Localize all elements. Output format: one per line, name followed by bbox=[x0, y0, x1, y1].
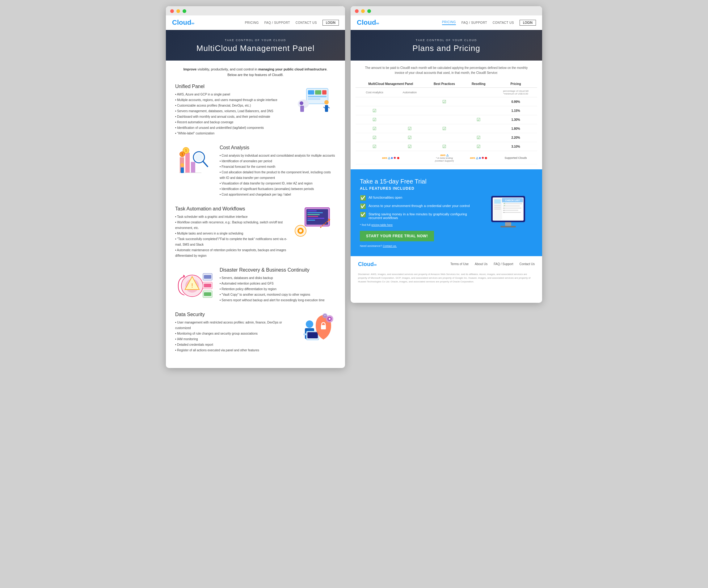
task-text: Task Automation and Workflows Task sched… bbox=[175, 206, 291, 259]
minimize-dot[interactable] bbox=[176, 9, 180, 13]
pricing-table-link[interactable]: pricing table here bbox=[371, 224, 393, 227]
check-icon: ☑ bbox=[373, 108, 377, 113]
gcp-logo-res: ◆ bbox=[479, 156, 481, 159]
logos-bp: aws △ * in beta testing(contact Support) bbox=[426, 151, 463, 165]
footer-faq[interactable]: FAQ / Support bbox=[494, 262, 513, 266]
close-dot-right[interactable] bbox=[355, 9, 359, 13]
aws-logo-res: aws bbox=[470, 156, 475, 159]
pricing-subheader-row: Cost Analytics Automation percentage of … bbox=[356, 88, 537, 97]
right-nav-links: PRICING FAQ / SUPPORT CONTACT US LOGIN bbox=[442, 20, 536, 26]
check-icon: ☑ bbox=[373, 144, 377, 149]
footer-terms[interactable]: Terms of Use bbox=[450, 262, 469, 266]
intro-strong: managing your public cloud infrastructur… bbox=[258, 67, 326, 71]
svg-rect-44 bbox=[204, 275, 211, 279]
cell-res: ☑ bbox=[463, 115, 494, 124]
section-security: Data Security User management with restr… bbox=[175, 312, 336, 353]
maximize-dot-right[interactable] bbox=[367, 9, 371, 13]
section-task: Task Automation and Workflows Task sched… bbox=[175, 206, 336, 259]
pricing-row: ☑ ☑ 1.30% bbox=[356, 115, 537, 124]
svg-rect-78 bbox=[494, 199, 501, 204]
trial-cta-button[interactable]: START YOUR FREE TRIAL NOW! bbox=[360, 231, 434, 241]
col-best-practices: Best Practices bbox=[426, 80, 463, 88]
maximize-dot[interactable] bbox=[182, 9, 186, 13]
svg-line-12 bbox=[328, 107, 330, 108]
unified-text: Unified Panel AWS, Azure and GCP in a si… bbox=[175, 84, 291, 136]
cell-bp bbox=[426, 115, 463, 124]
list-item: Identification of anomalies per period bbox=[219, 158, 336, 164]
trial-feature-text-3: Starting saving money in a few minutes b… bbox=[368, 212, 477, 220]
contact-us-link[interactable]: Contact us. bbox=[383, 244, 397, 247]
nav-faq-right[interactable]: FAQ / SUPPORT bbox=[462, 21, 487, 24]
list-item: Automated retention policies and GFS bbox=[219, 281, 336, 287]
svg-rect-15 bbox=[191, 162, 195, 173]
browser-chrome-right bbox=[351, 6, 542, 16]
oc-logo-res: ◉ bbox=[485, 156, 487, 159]
footer-about[interactable]: About Us bbox=[475, 262, 488, 266]
az-logo-bp: △ bbox=[446, 153, 448, 157]
svg-rect-74 bbox=[503, 210, 504, 211]
svg-rect-54 bbox=[307, 332, 318, 339]
nav-pricing-left[interactable]: PRICING bbox=[245, 21, 259, 24]
cost-title: Cost Analysis bbox=[219, 145, 336, 150]
list-item: Monitoring of rule changes and security … bbox=[175, 331, 291, 336]
list-item: Cost analysis by individual account and … bbox=[219, 153, 336, 158]
svg-rect-83 bbox=[500, 226, 516, 228]
task-title: Task Automation and Workflows bbox=[175, 206, 291, 212]
footer-links: Terms of Use About Us FAQ / Support Cont… bbox=[450, 262, 535, 266]
browser-chrome-left bbox=[166, 6, 345, 16]
svg-text:$: $ bbox=[181, 153, 183, 156]
col-multicloud: MultiCloud Management Panel bbox=[356, 80, 426, 88]
cost-list: Cost analysis by individual account and … bbox=[219, 153, 336, 198]
security-text: Data Security User management with restr… bbox=[175, 312, 291, 353]
cell-auto bbox=[393, 97, 426, 106]
dr-title: Disaster Recovery & Business Continuity bbox=[219, 267, 336, 273]
svg-rect-32 bbox=[307, 218, 324, 219]
svg-text:✓: ✓ bbox=[503, 204, 506, 207]
nav-faq-left[interactable]: FAQ / SUPPORT bbox=[264, 21, 290, 24]
list-item: Identification of unused and unidentifie… bbox=[175, 125, 291, 131]
azure-logo: △ bbox=[388, 156, 390, 159]
cell-bp bbox=[426, 106, 463, 115]
svg-rect-5 bbox=[308, 98, 320, 100]
right-logo: Cloud∞ bbox=[357, 19, 442, 27]
pricing-row: ☑ 0.99% bbox=[356, 97, 537, 106]
nav-login-right[interactable]: LOGIN bbox=[520, 20, 536, 26]
cost-illustration: $ $ bbox=[175, 145, 215, 179]
cost-text: Cost Analysis Cost analysis by individua… bbox=[219, 145, 336, 198]
svg-rect-28 bbox=[307, 210, 317, 211]
cell-res bbox=[463, 97, 494, 106]
nav-pricing-right[interactable]: PRICING bbox=[442, 20, 456, 25]
left-browser-window: Cloud∞ PRICING FAQ / SUPPORT CONTACT US … bbox=[166, 6, 345, 368]
cell-price: 2.20% bbox=[494, 133, 537, 142]
cell-ca: ☑ bbox=[356, 115, 393, 124]
task-list: Task scheduler with a graphic and intuit… bbox=[175, 214, 291, 259]
svg-marker-49 bbox=[183, 275, 185, 278]
pricing-row: ☑ ☑ ☑ ☑ 3.10% bbox=[356, 142, 537, 151]
unified-illustration bbox=[296, 84, 336, 118]
subcol-cost-analytics: Cost Analytics bbox=[356, 88, 393, 97]
security-illustration bbox=[296, 312, 336, 346]
pricing-row: ☑ ☑ ☑ 1.80% bbox=[356, 124, 537, 133]
pricing-table-wrapper: MultiCloud Management Panel Best Practic… bbox=[351, 80, 542, 169]
svg-point-7 bbox=[300, 101, 303, 105]
cell-bp: ☑ bbox=[426, 97, 463, 106]
svg-rect-31 bbox=[307, 216, 318, 217]
close-dot[interactable] bbox=[170, 9, 174, 13]
footer-contact[interactable]: Contact Us bbox=[520, 262, 535, 266]
svg-rect-8 bbox=[300, 106, 304, 112]
nav-login-left[interactable]: LOGIN bbox=[323, 20, 339, 26]
list-item: Servers, databases and disks backup bbox=[219, 275, 336, 281]
check-icon: ☑ bbox=[442, 99, 446, 104]
nav-contact-left[interactable]: CONTACT US bbox=[296, 21, 317, 24]
svg-rect-46 bbox=[204, 284, 211, 287]
left-main-content: Improve visibility, productivity, and co… bbox=[166, 61, 345, 368]
nav-contact-right[interactable]: CONTACT US bbox=[493, 21, 514, 24]
az-logo-res: △ bbox=[476, 156, 478, 159]
cell-ca bbox=[356, 97, 393, 106]
list-item: Multiple accounts, regions, and users ma… bbox=[175, 97, 291, 103]
minimize-dot-right[interactable] bbox=[361, 9, 365, 13]
trial-pricing-note: * find full pricing table here bbox=[360, 224, 477, 227]
cell-res bbox=[463, 106, 494, 115]
svg-rect-33 bbox=[307, 220, 315, 220]
cell-price: 1.80% bbox=[494, 124, 537, 133]
